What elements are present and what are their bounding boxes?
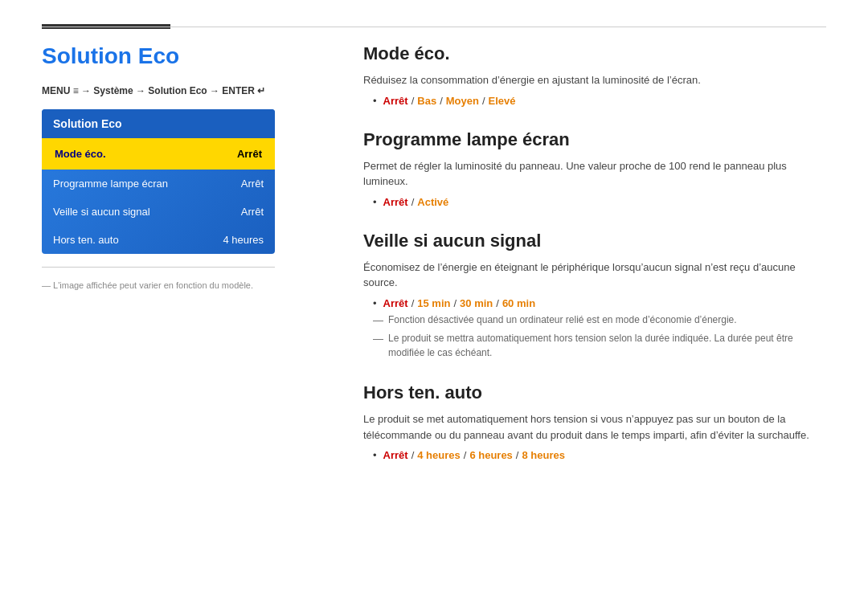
opt-separator-veille-signal-1: / <box>411 297 415 309</box>
opt-separator-mode-eco-1: / <box>411 95 415 107</box>
bullet-icon-hors-ten-auto: • <box>373 449 377 461</box>
opt-hors-ten-auto-2: 4 heures <box>417 449 460 461</box>
menu-item-label-3: Hors ten. auto <box>53 234 119 246</box>
menu-item-0[interactable]: Mode éco.Arrêt <box>42 138 275 170</box>
menu-panel: Solution Eco Mode éco.ArrêtProgramme lam… <box>42 109 275 254</box>
opt-veille-signal-0: Arrêt <box>383 297 408 309</box>
section-veille-signal: Veille si aucun signalÉconomisez de l’én… <box>363 231 826 361</box>
section-desc-mode-eco: Réduisez la consommation d’énergie en aj… <box>363 72 826 88</box>
opt-programme-lampe-0: Arrêt <box>383 196 408 208</box>
section-hors-ten-auto: Hors ten. autoLe produit se met automati… <box>363 382 826 461</box>
section-note-veille-signal-1: —Le produit se mettra automatiquement ho… <box>373 331 826 360</box>
menu-item-label-0: Mode éco. <box>55 148 106 160</box>
section-title-programme-lampe: Programme lampe écran <box>363 129 826 150</box>
section-note-veille-signal-0: —Fonction désactivée quand un ordinateur… <box>373 313 826 329</box>
bullet-icon-mode-eco: • <box>373 95 377 107</box>
section-mode-eco: Mode éco.Réduisez la consommation d’éner… <box>363 43 826 107</box>
opt-hors-ten-auto-4: 6 heures <box>469 449 512 461</box>
opt-separator-mode-eco-3: / <box>440 95 443 107</box>
opt-veille-signal-6: 60 min <box>502 297 535 309</box>
opt-mode-eco-0: Arrêt <box>383 95 408 107</box>
section-title-hors-ten-auto: Hors ten. auto <box>363 382 826 403</box>
menu-item-value-3: 4 heures <box>223 234 264 246</box>
bullet-icon-veille-signal: • <box>373 297 377 309</box>
bullet-icon-programme-lampe: • <box>373 196 377 208</box>
opt-hors-ten-auto-0: Arrêt <box>383 449 408 461</box>
left-column: Solution Eco MENU ≡ → Système → Solution… <box>42 43 315 484</box>
note-dash-icon: — <box>373 313 383 329</box>
opt-hors-ten-auto-6: 8 heures <box>522 449 564 461</box>
opt-veille-signal-2: 15 min <box>417 297 450 309</box>
opt-separator-veille-signal-3: / <box>453 297 457 309</box>
section-options-mode-eco: •Arrêt / Bas / Moyen / Elevé <box>373 95 826 107</box>
opt-separator-mode-eco-5: / <box>482 95 485 107</box>
top-line <box>42 27 826 27</box>
menu-item-value-2: Arrêt <box>241 206 264 218</box>
section-desc-veille-signal: Économisez de l’énergie en éteignant le … <box>363 260 826 291</box>
image-caption: — L'image affichée peut varier en foncti… <box>42 280 275 290</box>
section-options-hors-ten-auto: •Arrêt / 4 heures / 6 heures / 8 heures <box>373 449 826 461</box>
section-title-veille-signal: Veille si aucun signal <box>363 231 826 251</box>
menu-item-label-1: Programme lampe écran <box>53 178 168 190</box>
menu-item-2[interactable]: Veille si aucun signalArrêt <box>42 198 275 226</box>
note-dash-icon: — <box>373 331 383 347</box>
menu-item-value-0: Arrêt <box>237 148 262 160</box>
opt-separator-hors-ten-auto-5: / <box>516 449 519 461</box>
breadcrumb: MENU ≡ → Système → Solution Eco → ENTER … <box>42 85 315 96</box>
opt-separator-programme-lampe-1: / <box>411 196 415 208</box>
menu-item-value-1: Arrêt <box>241 178 264 190</box>
menu-panel-title: Solution Eco <box>42 109 275 138</box>
page-title: Solution Eco <box>42 43 315 69</box>
menu-item-label-2: Veille si aucun signal <box>53 206 150 218</box>
section-options-veille-signal: •Arrêt / 15 min / 30 min / 60 min <box>373 297 826 309</box>
image-caption-area: — L'image affichée peut varier en foncti… <box>42 267 275 290</box>
opt-veille-signal-4: 30 min <box>460 297 493 309</box>
opt-mode-eco-6: Elevé <box>489 95 516 107</box>
opt-programme-lampe-2: Activé <box>417 196 448 208</box>
note-text-veille-signal-0: Fonction désactivée quand un ordinateur … <box>388 313 737 327</box>
opt-separator-hors-ten-auto-3: / <box>464 449 467 461</box>
section-desc-programme-lampe: Permet de régler la luminosité du pannea… <box>363 158 826 190</box>
section-programme-lampe: Programme lampe écranPermet de régler la… <box>363 129 826 208</box>
menu-item-3[interactable]: Hors ten. auto4 heures <box>42 226 275 254</box>
sections-container: Mode éco.Réduisez la consommation d’éner… <box>363 43 826 461</box>
opt-mode-eco-2: Bas <box>417 95 436 107</box>
opt-mode-eco-4: Moyen <box>446 95 479 107</box>
opt-separator-hors-ten-auto-1: / <box>411 449 415 461</box>
note-text-veille-signal-1: Le produit se mettra automatiquement hor… <box>388 331 826 360</box>
menu-items-list: Mode éco.ArrêtProgramme lampe écranArrêt… <box>42 138 275 254</box>
right-column: Mode éco.Réduisez la consommation d’éner… <box>363 43 826 484</box>
section-options-programme-lampe: •Arrêt / Activé <box>373 196 826 208</box>
opt-separator-veille-signal-5: / <box>496 297 499 309</box>
section-title-mode-eco: Mode éco. <box>363 43 826 64</box>
menu-item-1[interactable]: Programme lampe écranArrêt <box>42 170 275 198</box>
section-desc-hors-ten-auto: Le produit se met automatiquement hors t… <box>363 411 826 443</box>
